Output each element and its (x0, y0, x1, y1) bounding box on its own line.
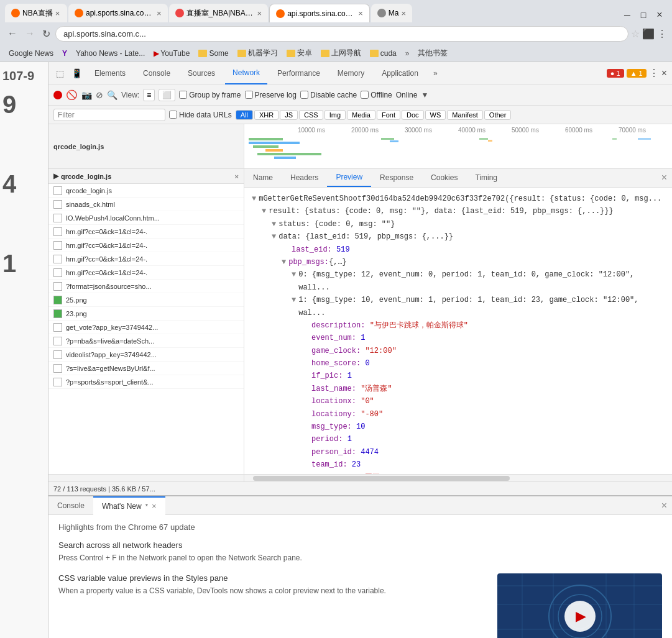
filter-button[interactable]: ⊘ (96, 90, 103, 100)
bookmark-folder-android[interactable]: 安卓 (283, 47, 316, 60)
detail-tab-response[interactable]: Response (371, 169, 422, 187)
dt-tab-memory[interactable]: Memory (330, 62, 372, 84)
file-item-io[interactable]: IO.WebPush4.localConn.htm... (48, 211, 244, 225)
file-item-nba[interactable]: ?p=nba&s=live&a=dateSch... (48, 334, 244, 348)
devtools-settings-button[interactable]: ⋮ (649, 67, 659, 79)
filter-css[interactable]: CSS (299, 110, 323, 120)
detail-tab-headers[interactable]: Headers (282, 169, 327, 187)
bookmark-folder-ml[interactable]: 机器学习 (234, 47, 282, 60)
maximize-button[interactable]: □ (636, 7, 651, 22)
expand-icon[interactable]: ▼ (292, 294, 296, 306)
extensions-button[interactable]: ⬛ (642, 28, 655, 40)
filter-other[interactable]: Other (484, 110, 512, 120)
dt-tab-more[interactable]: » (428, 62, 443, 84)
file-item-qrcode[interactable]: qrcode_login.js (48, 184, 244, 198)
filter-img[interactable]: Img (324, 110, 346, 120)
file-item-sinaads[interactable]: sinaads_ck.html (48, 198, 244, 211)
record-button[interactable] (53, 91, 62, 99)
menu-button[interactable]: ⋮ (657, 28, 667, 40)
device-toggle-button[interactable]: 📱 (69, 66, 85, 81)
dt-tab-network[interactable]: Network (225, 62, 267, 84)
clear-button[interactable]: 🚫 (66, 89, 78, 101)
file-item-news[interactable]: ?s=live&a=getNewsByUrl&f... (48, 362, 244, 375)
bookmark-cuda[interactable]: cuda (366, 48, 400, 59)
file-item-videolist[interactable]: videolist?app_key=3749442... (48, 348, 244, 362)
file-item-25png[interactable]: 25.png (48, 293, 244, 307)
dt-tab-console[interactable]: Console (136, 62, 178, 84)
detail-tab-preview[interactable]: Preview (327, 169, 371, 187)
filter-input[interactable] (53, 109, 165, 121)
detail-pane-close-button[interactable]: × (656, 169, 672, 187)
expand-icon[interactable]: ▼ (252, 193, 256, 205)
filter-doc[interactable]: Doc (402, 110, 424, 120)
youtube-play-button[interactable]: ▶ (564, 601, 596, 632)
detail-tab-cookies[interactable]: Cookies (422, 169, 466, 187)
bottom-close-all-button[interactable]: × (656, 496, 672, 515)
dt-tab-application[interactable]: Application (374, 62, 426, 84)
filter-media[interactable]: Media (347, 110, 375, 120)
file-item-23png[interactable]: 23.png (48, 307, 244, 321)
bookmark-others[interactable]: 其他书签 (414, 47, 451, 60)
view-waterfall-button[interactable]: ⬜ (159, 89, 175, 101)
expand-icon[interactable]: ▼ (282, 256, 286, 268)
tab-api2[interactable]: api.sports.sina.com.c... × (269, 4, 370, 22)
expand-icon[interactable]: ▼ (262, 205, 266, 217)
bottom-tab-whats-new[interactable]: What's New * × (93, 496, 165, 515)
network-horizontal-scrollbar[interactable] (48, 474, 672, 481)
bookmark-google-news[interactable]: Google News (5, 48, 57, 59)
offline-checkbox[interactable]: Offline (361, 91, 392, 99)
dt-tab-elements[interactable]: Elements (87, 62, 133, 84)
bookmark-nav[interactable]: 上网导航 (317, 47, 365, 60)
tab-close-icon[interactable]: × (257, 9, 262, 18)
filter-manifest[interactable]: Manifest (447, 110, 483, 120)
bookmark-yahoo-news[interactable]: Yahoo News - Late... (72, 48, 149, 59)
preserve-log-checkbox[interactable]: Preserve log (245, 91, 297, 99)
expand-icon[interactable]: ▼ (292, 268, 296, 281)
list-scroll-handle[interactable] (48, 389, 244, 394)
bottom-tab-console[interactable]: Console (48, 496, 93, 515)
group-by-frame-checkbox[interactable]: Group by frame (179, 91, 241, 99)
minimize-button[interactable]: ─ (620, 7, 635, 22)
devtools-close-button[interactable]: × (661, 68, 667, 79)
file-item-vote[interactable]: get_vote?app_key=3749442... (48, 321, 244, 334)
bookmark-youtube[interactable]: ▶ YouTube (150, 48, 193, 59)
file-item-hm4[interactable]: hm.gif?cc=0&ck=1&cl=24-. (48, 266, 244, 280)
filter-all[interactable]: All (236, 110, 253, 120)
filter-font[interactable]: Font (377, 110, 400, 120)
bookmark-yahoo-icon[interactable]: Y (58, 48, 71, 59)
tab-ma[interactable]: Ma × (371, 4, 412, 22)
tab-nba-live[interactable]: 直播室_NBA|NBA直播... × (169, 4, 269, 22)
dt-tab-sources[interactable]: Sources (180, 62, 223, 84)
file-item-format[interactable]: ?format=json&source=sho... (48, 280, 244, 293)
tab-close-icon[interactable]: × (157, 9, 162, 18)
close-button[interactable]: × (652, 7, 667, 22)
back-button[interactable]: ← (5, 27, 20, 40)
tab-api1[interactable]: api.sports.sina.com.cr... × (68, 4, 168, 22)
filter-xhr[interactable]: XHR (254, 110, 278, 120)
disable-cache-checkbox[interactable]: Disable cache (300, 91, 357, 99)
file-item-hm3[interactable]: hm.gif?cc=0&ck=1&cl=24-. (48, 252, 244, 266)
file-item-hm1[interactable]: hm.gif?cc=0&ck=1&cl=24-. (48, 225, 244, 239)
file-item-hm2[interactable]: hm.gif?cc=0&ck=1&cl=24-. (48, 239, 244, 252)
expand-icon[interactable]: ▼ (272, 218, 276, 230)
filter-js[interactable]: JS (280, 110, 298, 120)
tab-close-icon[interactable]: × (358, 9, 363, 18)
bookmark-star-button[interactable]: ☆ (631, 28, 640, 40)
reload-button[interactable]: ↻ (40, 27, 53, 41)
tab-close-icon[interactable]: × (401, 9, 406, 18)
bookmark-folder-some[interactable]: Some (195, 48, 232, 59)
search-button[interactable]: 🔍 (107, 90, 117, 100)
bookmark-more[interactable]: » (402, 48, 413, 59)
throttle-dropdown[interactable]: ▼ (421, 91, 428, 99)
tab-nba[interactable]: NBA直播 × (5, 4, 67, 22)
view-list-button[interactable]: ≡ (143, 89, 155, 101)
detail-tab-name[interactable]: Name (244, 169, 282, 187)
cursor-tool-button[interactable]: ⬚ (53, 66, 67, 81)
detail-tab-timing[interactable]: Timing (466, 169, 506, 187)
address-input[interactable] (55, 26, 628, 42)
expand-icon[interactable]: ▼ (272, 230, 276, 243)
forward-button[interactable]: → (22, 27, 37, 40)
filter-ws[interactable]: WS (425, 110, 446, 120)
file-item-sports[interactable]: ?p=sports&s=sport_client&... (48, 375, 244, 389)
whats-new-close-icon[interactable]: × (152, 501, 157, 511)
